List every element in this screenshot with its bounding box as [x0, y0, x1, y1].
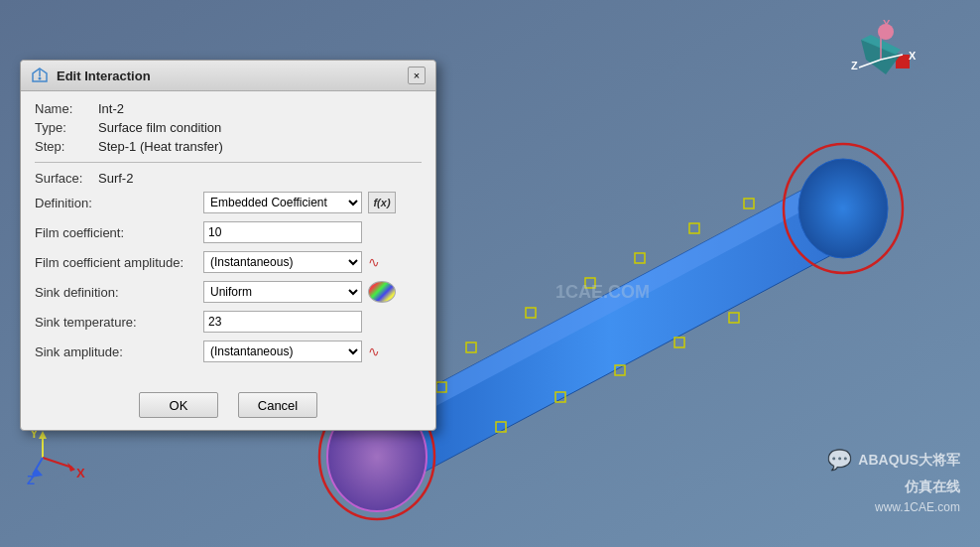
svg-marker-30	[39, 431, 47, 439]
surface-label: Surface:	[35, 171, 94, 186]
step-value: Step-1 (Heat transfer)	[98, 139, 223, 154]
sink-amplitude-row: Sink amplitude: (Instantaneous)Amplitude…	[35, 341, 422, 362]
film-coefficient-input[interactable]	[203, 221, 362, 243]
film-coefficient-amplitude-select[interactable]: (Instantaneous)Amplitude-1	[203, 251, 362, 273]
step-row: Step: Step-1 (Heat transfer)	[35, 139, 422, 154]
svg-text:1CAE.COM: 1CAE.COM	[555, 282, 650, 302]
sink-amplitude-label: Sink amplitude:	[35, 344, 203, 359]
axis-indicator-top-right: Y X Z	[841, 20, 930, 109]
svg-line-32	[43, 458, 72, 468]
sink-temperature-label: Sink temperature:	[35, 315, 203, 330]
watermark-line2: 仿真在线	[827, 476, 960, 497]
sink-definition-select[interactable]: UniformAnalytical Field	[203, 281, 362, 303]
film-coefficient-amplitude-label: Film coefficient amplitude:	[35, 255, 203, 270]
definition-label: Definition:	[35, 196, 203, 210]
watermark: 💬 ABAQUS大将军 仿真在线 www.1CAE.com	[827, 444, 960, 517]
edit-interaction-dialog: Edit Interaction × Name: Int-2 Type: Sur…	[20, 60, 436, 431]
surface-row: Surface: Surf-2	[35, 171, 422, 186]
axis-indicator-bottom-left: Y X Z	[25, 423, 104, 492]
watermark-line1: ABAQUS大将军	[858, 449, 960, 471]
name-row: Name: Int-2	[35, 101, 422, 116]
definition-fx-button[interactable]: f(x)	[368, 192, 396, 213]
svg-point-3	[798, 159, 888, 258]
dialog-title-icon	[31, 67, 49, 84]
svg-text:Y: Y	[883, 20, 891, 30]
sink-temperature-input[interactable]	[203, 311, 362, 333]
dialog-title: Edit Interaction	[57, 68, 151, 83]
ok-button[interactable]: OK	[139, 392, 218, 418]
step-label: Step:	[35, 139, 94, 154]
type-label: Type:	[35, 120, 94, 135]
film-amplitude-wave-icon[interactable]: ∿	[368, 254, 380, 270]
film-coefficient-amplitude-row: Film coefficient amplitude: (Instantaneo…	[35, 251, 422, 273]
name-value: Int-2	[98, 101, 124, 116]
svg-point-39	[39, 77, 42, 80]
sink-amplitude-select[interactable]: (Instantaneous)Amplitude-1	[203, 341, 362, 362]
film-coefficient-label: Film coefficient:	[35, 225, 203, 240]
sink-amplitude-wave-icon[interactable]: ∿	[368, 343, 380, 359]
sink-temperature-row: Sink temperature:	[35, 311, 422, 333]
sink-definition-row: Sink definition: UniformAnalytical Field	[35, 281, 422, 303]
type-value: Surface film condition	[98, 120, 221, 135]
dialog-titlebar[interactable]: Edit Interaction ×	[21, 61, 435, 91]
svg-text:X: X	[76, 466, 85, 480]
definition-row: Definition: Embedded CoefficientUser-def…	[35, 192, 422, 213]
svg-text:Z: Z	[851, 60, 858, 71]
film-coefficient-row: Film coefficient:	[35, 221, 422, 243]
definition-select[interactable]: Embedded CoefficientUser-definedAnalytic…	[203, 192, 362, 213]
sink-definition-label: Sink definition:	[35, 285, 203, 300]
cancel-button[interactable]: Cancel	[238, 392, 317, 418]
divider-1	[35, 162, 422, 163]
svg-text:X: X	[909, 50, 917, 62]
name-label: Name:	[35, 101, 94, 116]
close-button[interactable]: ×	[408, 67, 426, 84]
type-row: Type: Surface film condition	[35, 120, 422, 135]
surface-value: Surf-2	[98, 171, 133, 186]
sink-color-button[interactable]	[368, 281, 396, 303]
dialog-footer: OK Cancel	[21, 384, 435, 430]
dialog-body: Name: Int-2 Type: Surface film condition…	[21, 91, 435, 384]
watermark-line3: www.1CAE.com	[827, 498, 960, 517]
